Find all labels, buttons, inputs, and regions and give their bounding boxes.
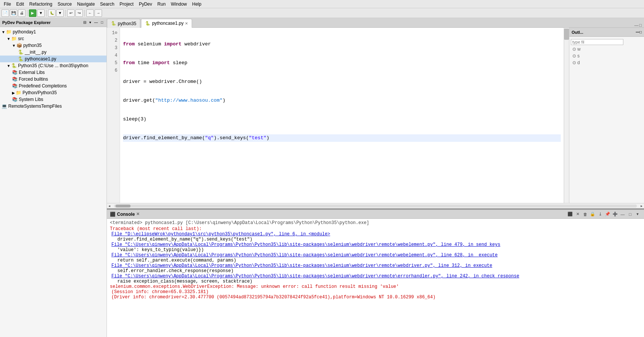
- console-link-1[interactable]: File "D:\eclipseWrok\pythonday1\src\pyth…: [110, 232, 641, 237]
- console-actions: ⬛ ✕ 🗑 🔒 ⤓ 📌 ➕ — □ ▾: [567, 211, 641, 218]
- sidebar-item-init[interactable]: 🐍 __init__.py: [0, 49, 107, 56]
- sidebar-item-src[interactable]: ▼ 📁 src: [0, 35, 107, 42]
- sidebar-actions: ⊟ ▾ — □: [82, 20, 104, 25]
- console-minimize-btn[interactable]: —: [619, 211, 626, 218]
- menu-source[interactable]: Source: [55, 1, 74, 8]
- console-driver-info: (Driver info: chromedriver=2.30.477700 (…: [110, 295, 641, 300]
- console-title: ⬛ Console ✕: [110, 212, 140, 217]
- code-editor[interactable]: 1⊙ 2 3 4 5 6 from selenium import webdri…: [107, 28, 564, 203]
- editor-area: 🐍 python35 🐍 pythoncase1.py ✕ — □: [107, 18, 644, 209]
- tree-arrow[interactable]: ▼: [2, 30, 5, 34]
- tab-maximize-btn[interactable]: □: [639, 23, 642, 27]
- tab-minimize-btn[interactable]: —: [634, 23, 638, 27]
- sidebar-maximize[interactable]: □: [100, 20, 104, 25]
- console-maximize-btn[interactable]: □: [627, 211, 633, 218]
- menu-edit[interactable]: Edit: [14, 1, 26, 8]
- menu-help[interactable]: Help: [190, 1, 204, 8]
- editor-vscroll[interactable]: [564, 28, 569, 203]
- scroll-left-btn[interactable]: ◂: [107, 204, 112, 208]
- outline-minimize[interactable]: —: [636, 30, 639, 34]
- console-link-5[interactable]: File "C:\Users\qinweny\AppData\Local\Pro…: [110, 274, 641, 279]
- tree-arrow[interactable]: ▼: [7, 37, 11, 41]
- sidebar-item-remote[interactable]: 💻 RemoteSystemsTempFiles: [0, 103, 107, 110]
- toolbar-forward[interactable]: →: [95, 9, 102, 17]
- console-scroll-lock-btn[interactable]: 🔒: [589, 211, 596, 218]
- menu-run[interactable]: Run: [155, 1, 168, 8]
- sidebar-minimize[interactable]: —: [93, 20, 99, 25]
- menu-bar: File Edit Refactoring Source Navigate Se…: [0, 0, 644, 8]
- line-num-3: 3: [109, 44, 117, 52]
- console-pin-btn[interactable]: 📌: [604, 211, 611, 218]
- tab-bar: 🐍 python35 🐍 pythoncase1.py ✕ — □: [107, 18, 644, 28]
- sidebar-item-python35-interp[interactable]: ▼ 🐍 Python35 (C:\Use ... thon35\python: [0, 62, 107, 69]
- tab-close-icon[interactable]: ✕: [185, 21, 188, 26]
- vscroll-thumb[interactable]: [564, 29, 569, 40]
- console-scroll-end-btn[interactable]: ⤓: [597, 211, 603, 218]
- tree-arrow[interactable]: ▼: [12, 44, 16, 48]
- scroll-right-btn[interactable]: ▸: [639, 204, 644, 208]
- sidebar-menu[interactable]: ▾: [88, 20, 92, 25]
- menu-refactoring[interactable]: Refactoring: [27, 1, 54, 8]
- split-layout: 1⊙ 2 3 4 5 6 from selenium import webdri…: [107, 28, 644, 203]
- main-layout: PyDev Package Explorer ⊟ ▾ — □ ▼ 📁 pytho…: [0, 18, 644, 337]
- sidebar-item-builtins[interactable]: 📚 Forced builtins: [0, 76, 107, 83]
- menu-project[interactable]: Project: [117, 1, 136, 8]
- code-line-3: driver = webdriver.Chrome(): [123, 78, 561, 86]
- outline-item-s: ⊙ s: [571, 53, 642, 59]
- menu-search[interactable]: Search: [98, 1, 117, 8]
- console-link-2[interactable]: File "C:\Users\qinweny\AppData\Local\Pro…: [110, 242, 641, 247]
- line-num-1: 1⊙: [109, 29, 117, 37]
- toolbar-print[interactable]: 🖨: [18, 9, 26, 17]
- toolbar-redo[interactable]: ↪: [75, 9, 83, 17]
- toolbar-sep1: [27, 10, 27, 17]
- tab-pythoncase1[interactable]: 🐍 pythoncase1.py ✕: [141, 19, 192, 28]
- toolbar-save[interactable]: 💾: [10, 9, 17, 17]
- type-filter-input[interactable]: [571, 39, 623, 45]
- libs-icon: 📚: [12, 97, 18, 102]
- toolbar-run-dropdown[interactable]: ▼: [37, 9, 45, 17]
- toolbar-new[interactable]: 📄: [2, 9, 9, 17]
- toolbar-debug-dropdown[interactable]: ▼: [56, 9, 64, 17]
- tab-label: pythoncase1.py: [152, 21, 183, 26]
- console-terminate-btn[interactable]: ✕: [574, 211, 581, 218]
- tree-arrow[interactable]: ▶: [12, 91, 15, 95]
- libs-icon: 📚: [12, 77, 18, 82]
- toolbar-back[interactable]: ←: [86, 9, 94, 17]
- toolbar-undo[interactable]: ↩: [67, 9, 75, 17]
- console-view-menu-btn[interactable]: ▾: [634, 211, 641, 218]
- console-header: ⬛ Console ✕ ⬛ ✕ 🗑 🔒 ⤓ 📌 ➕ — □ ▾: [107, 210, 644, 219]
- sidebar-collapse[interactable]: ⊟: [82, 20, 87, 25]
- console-stop-btn[interactable]: ⬛: [567, 211, 573, 218]
- menu-navigate[interactable]: Navigate: [75, 1, 97, 8]
- outline-maximize[interactable]: □: [639, 30, 642, 34]
- sidebar-item-syslibs[interactable]: 📚 System Libs: [0, 96, 107, 103]
- sidebar-item-pythoncase1[interactable]: 🐍 pythoncase1.py: [0, 56, 107, 62]
- sidebar-item-python-python35[interactable]: ▶ 📁 Python/Python35: [0, 89, 107, 96]
- console-exception-line: selenium.common.exceptions.WebDriverExce…: [110, 284, 641, 289]
- sidebar-item-extlibs[interactable]: 📚 External Libs: [0, 69, 107, 76]
- tree-label: pythoncase1.py: [25, 56, 56, 62]
- sidebar: PyDev Package Explorer ⊟ ▾ — □ ▼ 📁 pytho…: [0, 18, 107, 337]
- menu-pydev[interactable]: PyDev: [137, 1, 154, 8]
- hscroll-track[interactable]: [114, 205, 637, 208]
- sidebar-item-python35-pkg[interactable]: ▼ 📦 python35: [0, 42, 107, 49]
- toolbar-run-config[interactable]: ▶: [29, 9, 36, 17]
- sidebar-item-pythonday1[interactable]: ▼ 📁 pythonday1: [0, 29, 107, 35]
- tree-label: src: [18, 36, 24, 41]
- console-link-3[interactable]: File "C:\Users\qinweny\AppData\Local\Pro…: [110, 253, 641, 258]
- sidebar-item-completions[interactable]: 📚 Predefined Completions: [0, 83, 107, 89]
- tab-python35[interactable]: 🐍 python35: [107, 19, 140, 28]
- console-new-btn[interactable]: ➕: [612, 211, 618, 218]
- toolbar-debug[interactable]: 🐛: [48, 9, 56, 17]
- editor-hscrollbar[interactable]: ◂ ▸: [107, 203, 644, 208]
- tree-label: __init__.py: [25, 50, 47, 55]
- console-code-2: 'value': keys_to_typing(value)}): [110, 247, 641, 253]
- hscroll-thumb[interactable]: [116, 205, 131, 208]
- console-clear-btn[interactable]: 🗑: [582, 211, 588, 218]
- console-code-5: raise exception_class(message, screen, s…: [110, 279, 641, 284]
- menu-window[interactable]: Window: [169, 1, 189, 8]
- console-link-4[interactable]: File "C:\Users\qinweny\AppData\Local\Pro…: [110, 263, 641, 268]
- menu-file[interactable]: File: [2, 1, 13, 8]
- project-icon: 📁: [6, 29, 12, 35]
- tree-arrow[interactable]: ▼: [7, 64, 11, 68]
